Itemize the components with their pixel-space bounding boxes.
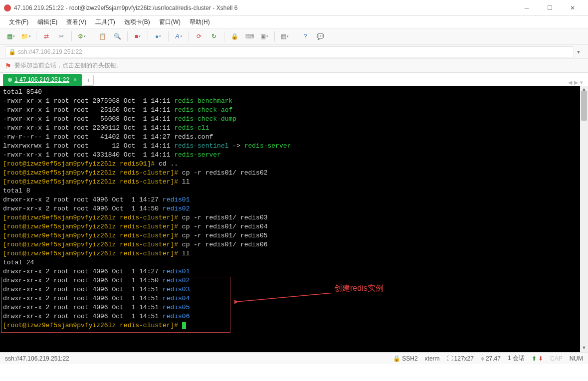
terminal-line: total 24 (3, 258, 585, 267)
status-size: ⛶ 127x27 (447, 355, 474, 362)
address-dropdown[interactable]: ▾ (574, 48, 583, 55)
terminal-line: [root@izwz9ef5sjam9pvfyiz26lz redis-clus… (3, 213, 585, 222)
status-pos: ⎆ 27,47 (481, 355, 501, 362)
copy-button[interactable]: 📋 (95, 29, 109, 43)
terminal-line: lrwxrwxrwx 1 root root 12 Oct 1 14:11 re… (3, 142, 585, 151)
terminal-line: [root@izwz9ef5sjam9pvfyiz26lz redis-clus… (3, 321, 585, 330)
statusbar: ssh://47.106.219.251:22 🔒SSH2 xterm ⛶ 12… (0, 352, 588, 364)
help-button[interactable]: ? (298, 29, 312, 43)
terminal-line: [root@izwz9ef5sjam9pvfyiz26lz redis-clus… (3, 240, 585, 249)
window-titlebar: 47.106.219.251:22 - root@izwz9ef5sjam9pv… (0, 0, 588, 16)
menu-tabs[interactable]: 选项卡(B) (120, 17, 154, 27)
terminal-line: drwxr-xr-x 2 root root 4096 Oct 1 14:51 … (3, 303, 585, 312)
terminal-line: -rwxr-xr-x 1 root root 4331840 Oct 1 14:… (3, 151, 585, 160)
hint-text: 要添加当前会话，点击左侧的箭头按钮。 (14, 61, 122, 70)
terminal-line: total 8 (3, 187, 585, 195)
refresh-button[interactable]: ↻ (207, 29, 221, 43)
session-tab[interactable]: 1 47.106.219.251:22 × (3, 74, 82, 86)
status-updown: ⬆ ⬇ (532, 355, 543, 362)
tab-nav-dropdown[interactable]: ▾ (580, 79, 583, 86)
maximize-button[interactable]: ☐ (538, 0, 561, 16)
open-button[interactable]: 📁 (19, 29, 33, 43)
terminal-line: [root@izwz9ef5sjam9pvfyiz26lz redis-clus… (3, 231, 585, 240)
menu-file[interactable]: 文件(F) (5, 17, 32, 27)
terminal-line: total 8540 (3, 88, 585, 97)
status-sessions: 1 会话 (508, 354, 525, 363)
menu-tools[interactable]: 工具(T) (91, 17, 119, 27)
terminal-line: drwxr-xr-x 2 root root 4096 Oct 1 14:27 … (3, 195, 585, 204)
menu-window[interactable]: 窗口(W) (155, 17, 185, 27)
tab-nav-left[interactable]: ◀ (568, 79, 572, 86)
chat-button[interactable]: 💬 (313, 29, 327, 43)
terminal-scrollbar[interactable]: ▲ ▼ (580, 86, 588, 352)
terminal-line: [root@izwz9ef5sjam9pvfyiz26lz redis-clus… (3, 249, 585, 258)
lock-icon: 🔒 (8, 48, 16, 55)
terminal-line: [root@izwz9ef5sjam9pvfyiz26lz redis01]# … (3, 160, 585, 169)
status-num: NUM (570, 355, 583, 362)
new-session-button[interactable]: ▦ (4, 29, 18, 43)
terminal-line: drwxr-xr-x 2 root root 4096 Oct 1 14:27 … (3, 267, 585, 276)
terminal-line: drwxr-xr-x 2 root root 4096 Oct 1 14:50 … (3, 276, 585, 285)
address-value: ssh://47.106.219.251:22 (18, 48, 82, 55)
keyboard-button[interactable]: ⌨ (242, 29, 256, 43)
terminal[interactable]: total 8540-rwxr-xr-x 1 root root 2075968… (0, 86, 588, 352)
menu-edit[interactable]: 编辑(E) (33, 17, 61, 27)
tabbar: 1 47.106.219.251:22 × + ◀ ▶ ▾ (0, 73, 588, 86)
scroll-thumb[interactable] (581, 91, 587, 121)
search-button[interactable]: 🔍 (110, 29, 124, 43)
tab-status-icon (8, 78, 12, 82)
globe-button[interactable]: ● (151, 29, 165, 43)
tab-add-button[interactable]: + (83, 75, 94, 86)
toolbar: ▦ 📁 ⇄ ✂ ⚙ 📋 🔍 ■ ● A ⟳ ↻ 🔒 ⌨ ▣ ▦ ? 💬 (0, 28, 588, 45)
reconnect-button[interactable]: ⇄ (39, 29, 53, 43)
minimize-button[interactable]: ─ (515, 0, 538, 16)
terminal-line: drwxr-xr-x 2 root root 4096 Oct 1 14:50 … (3, 204, 585, 213)
menu-view[interactable]: 查看(V) (62, 17, 90, 27)
terminal-line: -rwxr-xr-x 1 root root 25160 Oct 1 14:11… (3, 106, 585, 115)
screenshot-button[interactable]: ▣ (257, 29, 271, 43)
hintbar: ⚑ 要添加当前会话，点击左侧的箭头按钮。 (0, 59, 588, 73)
terminal-line: -rwxr-xr-x 1 root root 2200112 Oct 1 14:… (3, 124, 585, 133)
addressbar: 🔒 ssh://47.106.219.251:22 ▾ (0, 45, 588, 59)
window-title: 47.106.219.251:22 - root@izwz9ef5sjam9pv… (14, 4, 515, 11)
terminal-line: [root@izwz9ef5sjam9pvfyiz26lz redis-clus… (3, 169, 585, 178)
status-term: xterm (425, 355, 440, 362)
close-button[interactable]: ✕ (561, 0, 584, 16)
tab-close-icon[interactable]: × (73, 76, 77, 83)
terminal-line: [root@izwz9ef5sjam9pvfyiz26lz redis-clus… (3, 178, 585, 187)
flag-icon: ⚑ (5, 62, 11, 70)
terminal-line: drwxr-xr-x 2 root root 4096 Oct 1 14:51 … (3, 312, 585, 321)
terminal-line: [root@izwz9ef5sjam9pvfyiz26lz redis-clus… (3, 222, 585, 231)
color-button[interactable]: ■ (131, 29, 145, 43)
tab-nav-right[interactable]: ▶ (574, 79, 578, 86)
layout-button[interactable]: ▦ (278, 29, 292, 43)
font-button[interactable]: A (172, 29, 186, 43)
address-input[interactable]: 🔒 ssh://47.106.219.251:22 (5, 46, 574, 57)
terminal-line: drwxr-xr-x 2 root root 4096 Oct 1 14:51 … (3, 285, 585, 294)
terminal-line: drwxr-xr-x 2 root root 4096 Oct 1 14:51 … (3, 294, 585, 303)
status-cap: CAP (550, 355, 563, 362)
lock-button[interactable]: 🔒 (227, 29, 241, 43)
app-icon (4, 4, 11, 11)
terminal-line: -rwxr-xr-x 1 root root 2075968 Oct 1 14:… (3, 97, 585, 106)
terminal-cursor (182, 322, 186, 329)
terminal-line: -rw-r--r-- 1 root root 41402 Oct 1 14:27… (3, 133, 585, 142)
tab-label: 1 47.106.219.251:22 (14, 76, 69, 83)
scroll-down-icon[interactable]: ▼ (580, 344, 588, 352)
xftp-button[interactable]: ⟳ (192, 29, 206, 43)
menubar: 文件(F) 编辑(E) 查看(V) 工具(T) 选项卡(B) 窗口(W) 帮助(… (0, 16, 588, 28)
menu-help[interactable]: 帮助(H) (186, 17, 214, 27)
status-address: ssh://47.106.219.251:22 (5, 355, 69, 362)
properties-button[interactable]: ⚙ (75, 29, 89, 43)
status-ssh: 🔒SSH2 (393, 355, 417, 362)
disconnect-button[interactable]: ✂ (54, 29, 68, 43)
terminal-line: -rwxr-xr-x 1 root root 56008 Oct 1 14:11… (3, 115, 585, 124)
